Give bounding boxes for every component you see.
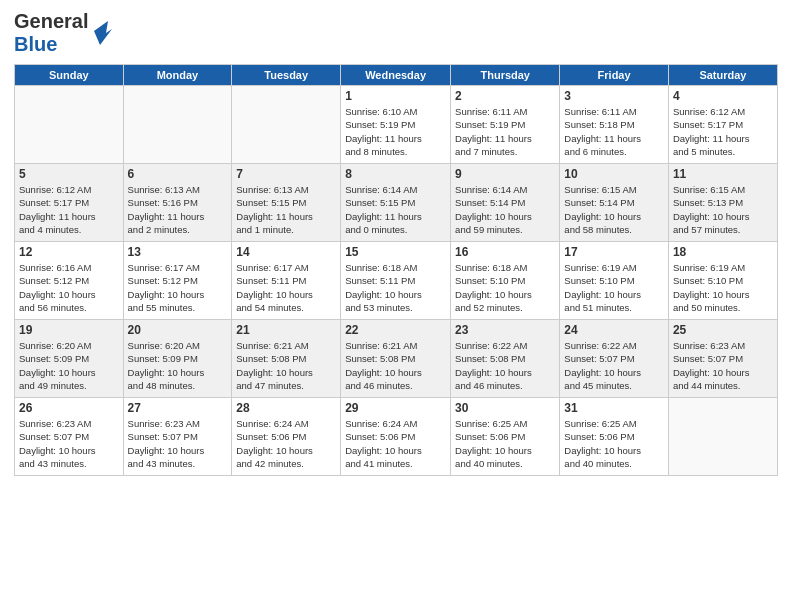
calendar-day-cell: 12Sunrise: 6:16 AMSunset: 5:12 PMDayligh… — [15, 242, 124, 320]
day-info: Sunrise: 6:23 AMSunset: 5:07 PMDaylight:… — [19, 417, 119, 470]
calendar-day-cell — [668, 398, 777, 476]
day-number: 6 — [128, 167, 228, 181]
weekday-header-row: SundayMondayTuesdayWednesdayThursdayFrid… — [15, 65, 778, 86]
day-number: 23 — [455, 323, 555, 337]
calendar-day-cell: 28Sunrise: 6:24 AMSunset: 5:06 PMDayligh… — [232, 398, 341, 476]
day-number: 18 — [673, 245, 773, 259]
logo-blue: Blue — [14, 33, 88, 56]
day-info: Sunrise: 6:19 AMSunset: 5:10 PMDaylight:… — [564, 261, 664, 314]
day-info: Sunrise: 6:23 AMSunset: 5:07 PMDaylight:… — [673, 339, 773, 392]
calendar-week-row: 12Sunrise: 6:16 AMSunset: 5:12 PMDayligh… — [15, 242, 778, 320]
day-number: 8 — [345, 167, 446, 181]
day-number: 29 — [345, 401, 446, 415]
day-number: 25 — [673, 323, 773, 337]
calendar-day-cell: 11Sunrise: 6:15 AMSunset: 5:13 PMDayligh… — [668, 164, 777, 242]
weekday-header-sunday: Sunday — [15, 65, 124, 86]
day-number: 22 — [345, 323, 446, 337]
calendar-day-cell: 30Sunrise: 6:25 AMSunset: 5:06 PMDayligh… — [451, 398, 560, 476]
logo: General Blue — [14, 10, 112, 56]
day-number: 26 — [19, 401, 119, 415]
day-info: Sunrise: 6:16 AMSunset: 5:12 PMDaylight:… — [19, 261, 119, 314]
day-number: 28 — [236, 401, 336, 415]
day-number: 16 — [455, 245, 555, 259]
calendar-week-row: 1Sunrise: 6:10 AMSunset: 5:19 PMDaylight… — [15, 86, 778, 164]
day-info: Sunrise: 6:17 AMSunset: 5:11 PMDaylight:… — [236, 261, 336, 314]
day-info: Sunrise: 6:14 AMSunset: 5:15 PMDaylight:… — [345, 183, 446, 236]
calendar-table: SundayMondayTuesdayWednesdayThursdayFrid… — [14, 64, 778, 476]
day-number: 14 — [236, 245, 336, 259]
calendar-day-cell: 23Sunrise: 6:22 AMSunset: 5:08 PMDayligh… — [451, 320, 560, 398]
calendar-day-cell: 10Sunrise: 6:15 AMSunset: 5:14 PMDayligh… — [560, 164, 669, 242]
calendar-day-cell: 4Sunrise: 6:12 AMSunset: 5:17 PMDaylight… — [668, 86, 777, 164]
day-number: 20 — [128, 323, 228, 337]
weekday-header-friday: Friday — [560, 65, 669, 86]
day-number: 2 — [455, 89, 555, 103]
day-info: Sunrise: 6:19 AMSunset: 5:10 PMDaylight:… — [673, 261, 773, 314]
day-info: Sunrise: 6:25 AMSunset: 5:06 PMDaylight:… — [564, 417, 664, 470]
calendar-day-cell: 17Sunrise: 6:19 AMSunset: 5:10 PMDayligh… — [560, 242, 669, 320]
calendar-day-cell: 22Sunrise: 6:21 AMSunset: 5:08 PMDayligh… — [341, 320, 451, 398]
day-number: 13 — [128, 245, 228, 259]
calendar-day-cell: 3Sunrise: 6:11 AMSunset: 5:18 PMDaylight… — [560, 86, 669, 164]
weekday-header-monday: Monday — [123, 65, 232, 86]
calendar-day-cell — [123, 86, 232, 164]
day-info: Sunrise: 6:14 AMSunset: 5:14 PMDaylight:… — [455, 183, 555, 236]
calendar-week-row: 19Sunrise: 6:20 AMSunset: 5:09 PMDayligh… — [15, 320, 778, 398]
day-info: Sunrise: 6:11 AMSunset: 5:18 PMDaylight:… — [564, 105, 664, 158]
weekday-header-thursday: Thursday — [451, 65, 560, 86]
calendar-day-cell: 27Sunrise: 6:23 AMSunset: 5:07 PMDayligh… — [123, 398, 232, 476]
day-info: Sunrise: 6:21 AMSunset: 5:08 PMDaylight:… — [236, 339, 336, 392]
calendar-day-cell: 26Sunrise: 6:23 AMSunset: 5:07 PMDayligh… — [15, 398, 124, 476]
calendar-week-row: 5Sunrise: 6:12 AMSunset: 5:17 PMDaylight… — [15, 164, 778, 242]
calendar-day-cell: 9Sunrise: 6:14 AMSunset: 5:14 PMDaylight… — [451, 164, 560, 242]
calendar-day-cell: 8Sunrise: 6:14 AMSunset: 5:15 PMDaylight… — [341, 164, 451, 242]
day-number: 11 — [673, 167, 773, 181]
calendar-day-cell: 15Sunrise: 6:18 AMSunset: 5:11 PMDayligh… — [341, 242, 451, 320]
day-number: 3 — [564, 89, 664, 103]
day-info: Sunrise: 6:24 AMSunset: 5:06 PMDaylight:… — [236, 417, 336, 470]
calendar-day-cell — [15, 86, 124, 164]
day-info: Sunrise: 6:13 AMSunset: 5:16 PMDaylight:… — [128, 183, 228, 236]
day-info: Sunrise: 6:21 AMSunset: 5:08 PMDaylight:… — [345, 339, 446, 392]
day-info: Sunrise: 6:18 AMSunset: 5:11 PMDaylight:… — [345, 261, 446, 314]
day-number: 21 — [236, 323, 336, 337]
calendar-day-cell — [232, 86, 341, 164]
calendar-day-cell: 5Sunrise: 6:12 AMSunset: 5:17 PMDaylight… — [15, 164, 124, 242]
weekday-header-saturday: Saturday — [668, 65, 777, 86]
day-info: Sunrise: 6:24 AMSunset: 5:06 PMDaylight:… — [345, 417, 446, 470]
logo-general: General — [14, 10, 88, 33]
day-number: 7 — [236, 167, 336, 181]
day-number: 15 — [345, 245, 446, 259]
calendar-day-cell: 16Sunrise: 6:18 AMSunset: 5:10 PMDayligh… — [451, 242, 560, 320]
calendar-day-cell: 24Sunrise: 6:22 AMSunset: 5:07 PMDayligh… — [560, 320, 669, 398]
day-number: 31 — [564, 401, 664, 415]
calendar-day-cell: 13Sunrise: 6:17 AMSunset: 5:12 PMDayligh… — [123, 242, 232, 320]
day-number: 30 — [455, 401, 555, 415]
day-number: 24 — [564, 323, 664, 337]
day-number: 5 — [19, 167, 119, 181]
day-info: Sunrise: 6:25 AMSunset: 5:06 PMDaylight:… — [455, 417, 555, 470]
day-info: Sunrise: 6:20 AMSunset: 5:09 PMDaylight:… — [128, 339, 228, 392]
calendar-day-cell: 20Sunrise: 6:20 AMSunset: 5:09 PMDayligh… — [123, 320, 232, 398]
day-number: 27 — [128, 401, 228, 415]
day-info: Sunrise: 6:22 AMSunset: 5:08 PMDaylight:… — [455, 339, 555, 392]
logo-wordmark: General Blue — [14, 10, 112, 56]
day-info: Sunrise: 6:23 AMSunset: 5:07 PMDaylight:… — [128, 417, 228, 470]
calendar-day-cell: 6Sunrise: 6:13 AMSunset: 5:16 PMDaylight… — [123, 164, 232, 242]
page-container: General Blue SundayMondayTuesdayWednesda… — [0, 0, 792, 612]
calendar-day-cell: 19Sunrise: 6:20 AMSunset: 5:09 PMDayligh… — [15, 320, 124, 398]
day-number: 4 — [673, 89, 773, 103]
day-info: Sunrise: 6:12 AMSunset: 5:17 PMDaylight:… — [673, 105, 773, 158]
day-info: Sunrise: 6:20 AMSunset: 5:09 PMDaylight:… — [19, 339, 119, 392]
day-number: 1 — [345, 89, 446, 103]
day-number: 10 — [564, 167, 664, 181]
day-info: Sunrise: 6:15 AMSunset: 5:13 PMDaylight:… — [673, 183, 773, 236]
calendar-day-cell: 14Sunrise: 6:17 AMSunset: 5:11 PMDayligh… — [232, 242, 341, 320]
day-number: 19 — [19, 323, 119, 337]
day-info: Sunrise: 6:13 AMSunset: 5:15 PMDaylight:… — [236, 183, 336, 236]
day-info: Sunrise: 6:17 AMSunset: 5:12 PMDaylight:… — [128, 261, 228, 314]
day-number: 17 — [564, 245, 664, 259]
calendar-day-cell: 29Sunrise: 6:24 AMSunset: 5:06 PMDayligh… — [341, 398, 451, 476]
calendar-day-cell: 18Sunrise: 6:19 AMSunset: 5:10 PMDayligh… — [668, 242, 777, 320]
calendar-day-cell: 25Sunrise: 6:23 AMSunset: 5:07 PMDayligh… — [668, 320, 777, 398]
